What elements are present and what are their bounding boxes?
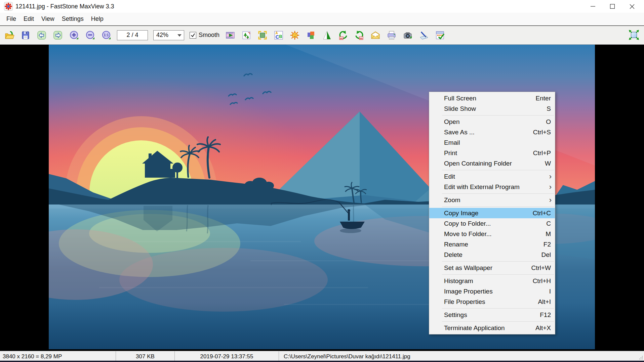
color-effects-button[interactable] bbox=[306, 30, 316, 41]
context-menu-separator bbox=[442, 321, 554, 322]
menu-item-shortcut: F2 bbox=[544, 241, 551, 248]
submenu-arrow-icon: › bbox=[549, 173, 552, 180]
context-menu-separator bbox=[442, 193, 554, 194]
menu-item-label: Delete bbox=[444, 251, 535, 259]
zoom-select[interactable]: 42% bbox=[153, 30, 184, 40]
menu-item-label: File Properties bbox=[444, 298, 532, 306]
context-menu-item-save-as[interactable]: Save As ...Ctrl+S bbox=[429, 127, 555, 137]
save-as-button[interactable] bbox=[20, 30, 31, 41]
submenu-arrow-icon: › bbox=[549, 196, 552, 204]
menu-item-label: Copy Image bbox=[444, 210, 527, 217]
resize-icon bbox=[241, 30, 251, 40]
crop-image-button[interactable] bbox=[257, 30, 268, 41]
zoom-out-button[interactable] bbox=[85, 30, 95, 41]
context-menu-item-open-containing-folder[interactable]: Open Containing FolderW bbox=[429, 158, 555, 169]
menu-item-shortcut: Ctrl+P bbox=[533, 149, 551, 157]
rotate-left-button[interactable]: 90 bbox=[338, 30, 349, 41]
context-menu-item-move-to-folder[interactable]: Move to Folder...M bbox=[429, 229, 555, 239]
open-image-button[interactable] bbox=[4, 30, 15, 41]
menu-item-shortcut: W bbox=[545, 160, 551, 167]
email-button[interactable] bbox=[370, 30, 381, 41]
menu-help[interactable]: Help bbox=[87, 13, 107, 25]
svg-text:1:1: 1:1 bbox=[104, 33, 109, 37]
context-menu-separator bbox=[442, 207, 554, 207]
svg-text:C: C bbox=[276, 34, 279, 40]
menu-item-label: Edit bbox=[444, 173, 549, 180]
context-menu-item-open[interactable]: OpenO bbox=[429, 117, 555, 127]
resize-image-button[interactable] bbox=[241, 30, 252, 41]
context-menu-separator bbox=[442, 170, 554, 170]
context-menu-separator bbox=[442, 274, 554, 275]
previous-image-button[interactable] bbox=[36, 30, 47, 41]
menu-view[interactable]: View bbox=[38, 13, 58, 25]
previous-arrow-icon bbox=[37, 30, 47, 40]
slideshow-icon bbox=[225, 30, 235, 40]
app-window: 121411.jpg - FastStone MaxView 3.3 File … bbox=[0, 0, 644, 362]
sharpen-button[interactable] bbox=[322, 30, 332, 41]
menu-item-label: Terminate Application bbox=[444, 324, 529, 332]
context-menu-item-zoom[interactable]: Zoom› bbox=[429, 195, 555, 205]
fit-to-window-button[interactable] bbox=[629, 30, 639, 40]
rotate-right-button[interactable]: 90 bbox=[354, 30, 365, 41]
context-menu-item-image-properties[interactable]: Image PropertiesI bbox=[429, 286, 555, 297]
adjust-colors-button[interactable]: A C B bbox=[273, 30, 284, 41]
next-image-button[interactable] bbox=[52, 30, 63, 41]
smooth-label: Smooth bbox=[199, 32, 219, 39]
context-menu-separator bbox=[442, 308, 554, 309]
menu-edit[interactable]: Edit bbox=[20, 13, 38, 25]
context-menu-item-slide-show[interactable]: Slide ShowS bbox=[429, 103, 555, 114]
context-menu-item-histogram[interactable]: HistogramCtrl+H bbox=[429, 276, 555, 286]
svg-text:B: B bbox=[279, 34, 282, 39]
context-menu-item-terminate-application[interactable]: Terminate ApplicationAlt+X bbox=[429, 323, 555, 333]
maximize-button[interactable] bbox=[603, 0, 622, 13]
open-folder-icon bbox=[4, 30, 14, 40]
actual-size-button[interactable]: 1:1 bbox=[101, 30, 112, 41]
print-button[interactable] bbox=[386, 30, 397, 41]
context-menu-item-edit[interactable]: Edit› bbox=[429, 171, 555, 182]
actual-size-icon: 1:1 bbox=[101, 30, 111, 40]
adjust-colors-icon: A C B bbox=[274, 30, 284, 40]
context-menu-item-copy-to-folder[interactable]: Copy to Folder...C bbox=[429, 218, 555, 229]
menu-item-shortcut: O bbox=[546, 118, 551, 126]
chevron-down-icon bbox=[177, 34, 182, 37]
context-menu-item-email[interactable]: Email bbox=[429, 137, 555, 148]
menu-item-shortcut: Ctrl+C bbox=[533, 210, 551, 217]
context-menu-item-copy-image[interactable]: Copy ImageCtrl+C bbox=[429, 208, 555, 218]
context-menu-item-rename[interactable]: RenameF2 bbox=[429, 239, 555, 250]
minimize-button[interactable] bbox=[583, 0, 603, 13]
acquire-scanner-button[interactable] bbox=[418, 30, 429, 41]
context-menu-item-set-as-wallpaper[interactable]: Set as WallpaperCtrl+W bbox=[429, 263, 555, 273]
gamma-button[interactable] bbox=[289, 30, 300, 41]
menu-item-label: Full Screen bbox=[444, 95, 530, 102]
context-menu-item-full-screen[interactable]: Full ScreenEnter bbox=[429, 93, 555, 103]
checkmark-icon bbox=[191, 33, 195, 38]
menu-item-shortcut: S bbox=[547, 105, 551, 112]
menu-file[interactable]: File bbox=[3, 13, 20, 25]
smooth-checkbox[interactable] bbox=[190, 32, 196, 39]
menu-item-shortcut: Enter bbox=[536, 95, 551, 102]
menu-item-label: Zoom bbox=[444, 196, 549, 204]
zoom-value: 42% bbox=[156, 32, 168, 39]
menu-item-shortcut: Alt+X bbox=[535, 324, 551, 332]
context-menu-item-edit-with-external-program[interactable]: Edit with External Program› bbox=[429, 182, 555, 192]
context-menu-separator bbox=[442, 115, 554, 116]
context-menu-item-settings[interactable]: SettingsF12 bbox=[429, 310, 555, 320]
svg-text:90: 90 bbox=[360, 37, 363, 40]
zoom-in-button[interactable] bbox=[69, 30, 79, 41]
slideshow-button[interactable] bbox=[225, 30, 236, 41]
settings-editor-button[interactable] bbox=[435, 30, 445, 41]
color-squares-icon bbox=[306, 30, 316, 40]
screen-capture-button[interactable] bbox=[402, 30, 413, 41]
resize-grip[interactable] bbox=[639, 355, 643, 360]
menu-item-shortcut: M bbox=[546, 230, 551, 238]
page-indicator[interactable]: 2 / 4 bbox=[117, 30, 148, 40]
context-menu-item-file-properties[interactable]: File PropertiesAlt+I bbox=[429, 297, 555, 307]
menu-settings[interactable]: Settings bbox=[58, 13, 87, 25]
settings-window-icon bbox=[435, 30, 445, 40]
menu-item-label: Histogram bbox=[444, 277, 527, 285]
printer-icon bbox=[387, 30, 397, 40]
crop-icon bbox=[257, 30, 268, 40]
context-menu-item-print[interactable]: PrintCtrl+P bbox=[429, 148, 555, 158]
context-menu-item-delete[interactable]: DeleteDel bbox=[429, 250, 555, 260]
close-button[interactable] bbox=[622, 0, 642, 13]
